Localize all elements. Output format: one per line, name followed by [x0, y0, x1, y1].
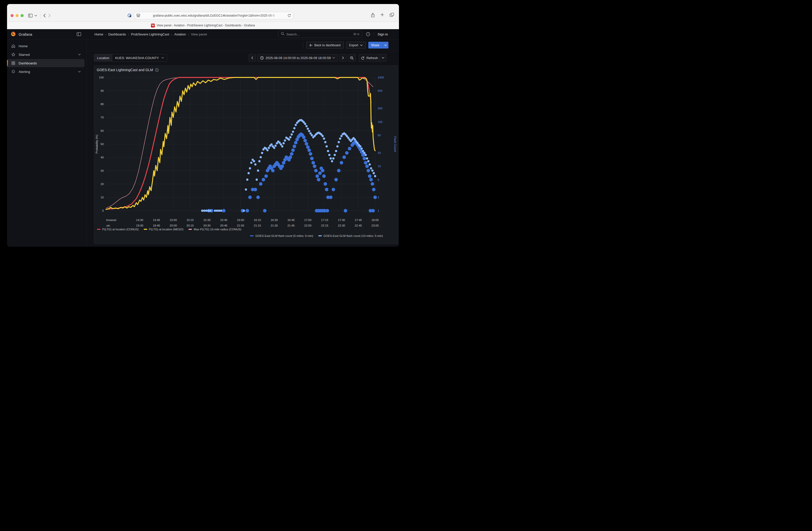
search-shortcut: ⌘+k	[353, 32, 360, 36]
legend-item[interactable]: P(LTG) at location (MESO)	[144, 228, 184, 231]
breadcrumb-item-home[interactable]: Home	[95, 32, 103, 36]
svg-text:browser: browser	[106, 219, 117, 222]
breadcrumb-item-aviation[interactable]: Aviation	[174, 32, 186, 36]
arrow-left-icon	[309, 44, 313, 47]
svg-text:14:45: 14:45	[153, 219, 160, 222]
sidebar-chevron-icon[interactable]	[34, 15, 37, 17]
svg-text:80: 80	[101, 102, 104, 106]
location-label: Location	[94, 54, 112, 61]
zoom-out-time-button[interactable]	[348, 54, 356, 61]
back-to-dashboard-button[interactable]: Back to dashboard	[306, 42, 344, 48]
sidebar-toggle-icon[interactable]	[28, 14, 33, 18]
minimize-window-button[interactable]	[16, 14, 18, 17]
grid-icon	[11, 61, 16, 65]
breadcrumb-item-probsevere-lightningcast[interactable]: ProbSevere LightningCast	[131, 32, 169, 36]
svg-text:20:15: 20:15	[186, 224, 194, 227]
breadcrumb-item-dashboards[interactable]: Dashboards	[108, 32, 126, 36]
svg-text:70: 70	[101, 116, 104, 119]
tab-overview-icon[interactable]	[390, 13, 394, 18]
export-label: Export	[349, 43, 358, 47]
svg-text:19:30: 19:30	[136, 224, 143, 227]
legend-item[interactable]: Max P(LTG) 10-mile radius (CONUS)	[188, 228, 242, 231]
sidebar-item-home[interactable]: Home	[7, 42, 84, 50]
search-input[interactable]: Search... ⌘+k	[278, 31, 362, 38]
reader-icon[interactable]	[136, 14, 140, 17]
share-split-button: Share	[368, 42, 388, 48]
svg-text:2: 2	[378, 196, 379, 199]
svg-text:20:45: 20:45	[220, 224, 227, 227]
svg-text:10: 10	[101, 196, 104, 199]
sidebar-item-starred[interactable]: Starred	[7, 51, 84, 59]
svg-text:22:15: 22:15	[321, 224, 328, 227]
share-page-icon[interactable]	[371, 13, 375, 18]
svg-text:20:00: 20:00	[170, 224, 177, 227]
legend-item[interactable]: GOES-East GLM flash count (5-miles; 5-mi…	[250, 234, 313, 237]
svg-text:100: 100	[378, 121, 382, 124]
sidebar-item-alerting[interactable]: Alerting	[7, 68, 84, 76]
zoom-window-button[interactable]	[20, 14, 24, 17]
svg-text:16:45: 16:45	[287, 219, 295, 222]
legend-item[interactable]: P(LTG) at location (CONUS)	[97, 228, 139, 231]
svg-text:40: 40	[101, 156, 104, 159]
svg-text:15:15: 15:15	[186, 219, 194, 222]
refresh-label: Refresh	[366, 56, 378, 60]
svg-text:20: 20	[378, 151, 381, 154]
url-text: grafana-public.ssec.wisc.edu/grafana/d/L…	[140, 14, 287, 17]
tab-favicon: W	[151, 24, 155, 27]
grafana-logo[interactable]	[11, 31, 16, 38]
panel-actions-row: Back to dashboard Export Share	[87, 40, 399, 51]
tab-bar[interactable]: W View panel - Aviation - ProbSevere Lig…	[7, 22, 399, 29]
share-menu-button[interactable]	[382, 42, 388, 48]
svg-text:21:15: 21:15	[254, 224, 261, 227]
time-shift-forward-button[interactable]	[339, 54, 346, 61]
grafana-app: Grafana Home›Dashboards›ProbSevere Light…	[7, 29, 399, 247]
svg-text:1000: 1000	[378, 76, 384, 79]
location-select[interactable]: KUES: WAUKESHA COUNTY	[112, 54, 167, 61]
svg-text:17:15: 17:15	[321, 219, 328, 222]
svg-text:20: 20	[101, 183, 104, 185]
safari-window: grafana-public.ssec.wisc.edu/grafana/d/L…	[7, 4, 399, 247]
address-bar[interactable]: grafana-public.ssec.wisc.edu/grafana/d/L…	[134, 12, 293, 19]
time-range-picker[interactable]: 2025-08-09 14:00:00 to 2025-08-09 18:00:…	[257, 54, 338, 61]
svg-text:19:45: 19:45	[153, 224, 160, 227]
chevron-down-icon[interactable]	[78, 54, 81, 56]
time-shift-back-button[interactable]	[249, 54, 256, 61]
svg-text:utc: utc	[106, 224, 110, 227]
help-icon[interactable]: ?	[366, 32, 370, 37]
legend-item[interactable]: GOES-East GLM flash count (10-miles; 5-m…	[318, 234, 383, 237]
refresh-button[interactable]: Refresh	[359, 54, 380, 61]
refresh-interval-button[interactable]	[380, 54, 387, 61]
legend-row-2: GOES-East GLM flash count (5-miles; 5-mi…	[94, 234, 398, 237]
svg-text:30: 30	[101, 169, 104, 172]
privacy-shield-icon[interactable]	[127, 13, 132, 18]
refresh-group: Refresh	[359, 54, 387, 61]
dock-menu-icon[interactable]	[77, 32, 81, 36]
back-to-dashboard-label: Back to dashboard	[314, 43, 340, 47]
share-button[interactable]: Share	[368, 43, 382, 47]
legend-label: GOES-East GLM flash count (10-miles; 5-m…	[323, 234, 383, 237]
breadcrumb-item-view-panel: View panel	[191, 32, 207, 36]
toolbar-divider	[40, 13, 41, 18]
export-button[interactable]: Export	[346, 42, 366, 48]
panel-header[interactable]: GOES-East LightningCast and GLM	[94, 66, 398, 74]
info-icon[interactable]	[155, 68, 159, 72]
sidebar-item-dashboards[interactable]: Dashboards	[7, 59, 84, 67]
svg-text:100: 100	[99, 76, 104, 79]
svg-text:0: 0	[102, 209, 104, 212]
chevron-down-icon[interactable]	[78, 71, 81, 73]
chart-svg[interactable]: 0102030405060708090100125102050100200500…	[94, 74, 398, 227]
sign-in-link[interactable]: Sign in	[378, 32, 388, 36]
legend-swatch	[97, 229, 101, 230]
grafana-topbar: Grafana Home›Dashboards›ProbSevere Light…	[7, 29, 399, 40]
svg-text:22:45: 22:45	[355, 224, 362, 227]
forward-icon[interactable]	[48, 14, 51, 18]
close-window-button[interactable]	[11, 14, 14, 17]
chevron-down-icon	[161, 57, 164, 59]
back-icon[interactable]	[43, 14, 46, 18]
sidebar: HomeStarredDashboardsAlerting	[7, 40, 87, 247]
reload-icon[interactable]	[287, 14, 291, 17]
legend-swatch	[188, 229, 192, 230]
svg-text:Probability (%): Probability (%)	[95, 135, 98, 153]
chart-panel: GOES-East LightningCast and GLM 01020304…	[94, 65, 398, 244]
new-tab-icon[interactable]	[380, 13, 384, 18]
